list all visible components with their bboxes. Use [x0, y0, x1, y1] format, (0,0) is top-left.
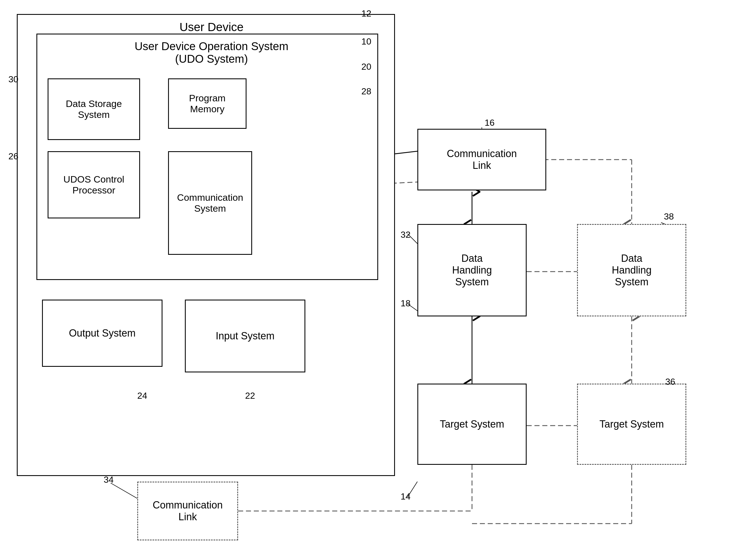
- output-system-box: Output System: [42, 300, 162, 367]
- target-left-box: Target System: [418, 384, 527, 465]
- target-right-box: Target System: [577, 384, 686, 465]
- label-12: 12: [361, 8, 372, 19]
- label-14: 14: [401, 491, 411, 502]
- svg-line-14: [111, 483, 137, 498]
- label-38: 38: [664, 211, 674, 222]
- comm-system-box: Communication System: [168, 151, 252, 255]
- label-28: 28: [361, 86, 372, 97]
- program-memory-box: Program Memory: [168, 78, 246, 129]
- label-18: 18: [401, 298, 411, 309]
- data-handling-right-box: Data Handling System: [577, 224, 686, 316]
- input-system-box: Input System: [185, 300, 305, 372]
- label-32: 32: [401, 230, 411, 240]
- label-34: 34: [104, 475, 114, 485]
- comm-link-bottom-box: Communication Link: [137, 482, 238, 540]
- data-handling-left-box: Data Handling System: [418, 224, 527, 316]
- label-30: 30: [8, 74, 18, 85]
- label-22: 22: [245, 391, 255, 401]
- label-26: 26: [8, 151, 18, 162]
- label-36: 36: [665, 377, 675, 387]
- udos-control-box: UDOS Control Processor: [48, 151, 140, 218]
- diagram: User Device User Device Operation System…: [0, 0, 737, 560]
- data-storage-box: Data Storage System: [48, 78, 140, 140]
- label-20: 20: [361, 62, 372, 72]
- label-24: 24: [137, 391, 147, 401]
- label-16: 16: [485, 118, 495, 128]
- label-10: 10: [361, 36, 372, 47]
- comm-link-top-box: Communication Link: [418, 129, 546, 190]
